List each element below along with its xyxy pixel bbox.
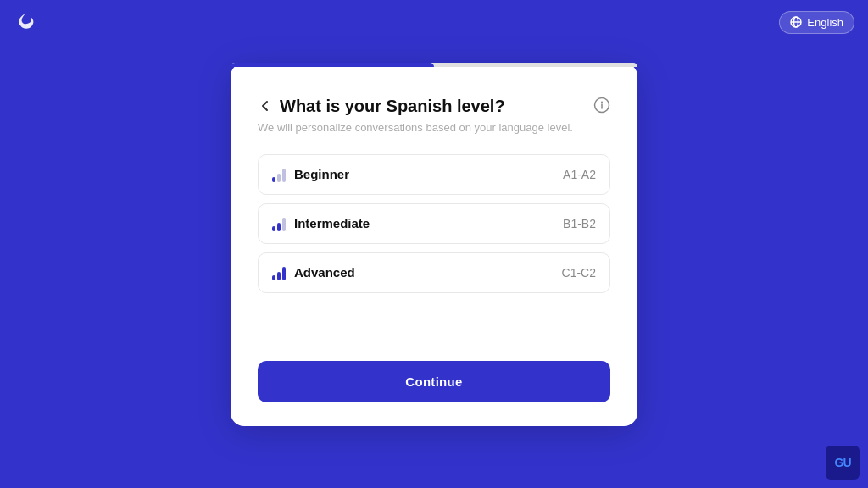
bar-1 <box>272 226 275 231</box>
level-options: Beginner A1-A2 Intermediate B1-B2 <box>258 154 610 293</box>
beginner-icon <box>272 167 286 182</box>
progress-bar-container <box>231 63 637 67</box>
info-button[interactable] <box>593 97 610 114</box>
level-left-beginner: Beginner <box>272 167 349 182</box>
bar-3 <box>282 267 286 280</box>
intermediate-label: Intermediate <box>294 216 370 230</box>
progress-bar-fill <box>231 63 434 67</box>
top-bar: English <box>0 0 868 44</box>
card-header: What is your Spanish level? <box>258 97 610 116</box>
intermediate-code: B1-B2 <box>563 217 596 230</box>
back-button[interactable] <box>258 98 273 114</box>
language-button[interactable]: English <box>779 11 854 34</box>
language-label: English <box>807 16 843 29</box>
bar-2 <box>277 174 281 182</box>
level-left-advanced: Advanced <box>272 265 355 280</box>
level-option-beginner[interactable]: Beginner A1-A2 <box>258 154 610 195</box>
advanced-label: Advanced <box>294 265 355 280</box>
watermark-text: GU <box>835 456 851 469</box>
intermediate-icon <box>272 216 286 231</box>
advanced-icon <box>272 265 286 280</box>
bar-3 <box>282 169 286 182</box>
bar-1 <box>272 275 275 280</box>
beginner-code: A1-A2 <box>563 168 596 181</box>
level-option-intermediate[interactable]: Intermediate B1-B2 <box>258 203 610 244</box>
level-left-intermediate: Intermediate <box>272 216 370 231</box>
bar-3 <box>282 218 286 231</box>
advanced-code: C1-C2 <box>562 266 596 280</box>
header-left: What is your Spanish level? <box>258 97 505 116</box>
watermark-logo: GU <box>826 446 860 480</box>
card-subtitle: We will personalize conversations based … <box>258 121 610 134</box>
svg-point-4 <box>601 101 603 103</box>
bar-1 <box>272 177 275 182</box>
bar-2 <box>277 223 281 231</box>
app-logo <box>14 10 37 34</box>
beginner-label: Beginner <box>294 167 349 181</box>
level-option-advanced[interactable]: Advanced C1-C2 <box>258 252 610 293</box>
card-title: What is your Spanish level? <box>280 97 505 116</box>
main-card: What is your Spanish level? We will pers… <box>231 63 637 426</box>
bar-2 <box>277 272 281 280</box>
continue-button[interactable]: Continue <box>258 361 610 402</box>
